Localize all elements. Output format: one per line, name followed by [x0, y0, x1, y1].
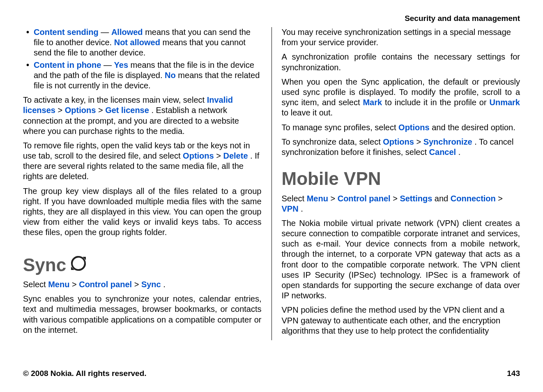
text: To manage sync profiles, select: [282, 123, 399, 132]
copyright: © 2008 Nokia. All rights reserved.: [23, 369, 147, 378]
vpn-select-paragraph: Select Menu > Control panel > Settings a…: [282, 194, 520, 214]
text: to leave it out.: [282, 108, 333, 117]
page-number: 143: [507, 369, 520, 378]
text: To synchronize data, select: [282, 137, 383, 146]
label-yes: Yes: [114, 60, 128, 69]
vpn-description: The Nokia mobile virtual private network…: [282, 218, 520, 301]
label-content-in-phone: Content in phone: [34, 60, 101, 69]
label-sync: Sync: [141, 280, 161, 289]
sep: >: [330, 194, 337, 203]
bullet-content-in-phone: Content in phone — Yes means that the fi…: [23, 60, 262, 91]
label-connection: Connection: [451, 194, 496, 203]
dash: —: [104, 60, 114, 69]
text: and the desired option.: [432, 123, 515, 132]
sep: >: [72, 280, 79, 289]
footer: © 2008 Nokia. All rights reserved. 143: [23, 369, 520, 378]
label-vpn: VPN: [282, 204, 299, 213]
label-not-allowed: Not allowed: [114, 38, 160, 47]
synchronize-paragraph: To synchronize data, select Options > Sy…: [282, 137, 520, 157]
sync-description: Sync enables you to synchronize your not…: [23, 294, 262, 335]
label-options: Options: [183, 151, 214, 160]
sync-heading: Sync: [23, 254, 262, 276]
sync-icon: [70, 255, 87, 274]
left-column: Content sending — Allowed means that you…: [23, 27, 272, 340]
label-get-license: Get license: [105, 106, 149, 115]
sep: >: [98, 106, 105, 115]
sep: >: [216, 151, 223, 160]
text: Select: [23, 280, 48, 289]
columns: Content sending — Allowed means that you…: [23, 27, 520, 340]
text: Select: [282, 194, 307, 203]
label-mark: Mark: [363, 98, 382, 107]
activate-key-paragraph: To activate a key, in the licenses main …: [23, 95, 262, 136]
bullet-list: Content sending — Allowed means that you…: [23, 27, 262, 91]
sep: >: [58, 106, 65, 115]
label-options: Options: [398, 123, 430, 132]
profile-paragraph: A synchronization profile contains the n…: [282, 52, 520, 72]
vpn-policies-paragraph: VPN policies define the method used by t…: [282, 305, 520, 336]
text: and: [435, 194, 451, 203]
right-column: You may receive synchronization settings…: [272, 27, 520, 340]
label-options: Options: [65, 106, 96, 115]
label-menu: Menu: [48, 280, 69, 289]
label-allowed: Allowed: [111, 28, 143, 37]
sep: >: [416, 137, 423, 146]
group-key-paragraph: The group key view displays all of the f…: [23, 186, 262, 238]
label-unmark: Unmark: [490, 98, 520, 107]
text: To activate a key, in the licenses main …: [23, 95, 207, 104]
sep: >: [134, 280, 141, 289]
label-settings: Settings: [400, 194, 432, 203]
label-content-sending: Content sending: [34, 28, 99, 37]
sep: >: [498, 194, 503, 203]
label-control-panel: Control panel: [79, 280, 132, 289]
label-delete: Delete: [223, 151, 248, 160]
label-control-panel: Control panel: [338, 194, 391, 203]
section-header: Security and data management: [23, 14, 520, 23]
text: .: [163, 280, 166, 289]
text: .: [301, 204, 303, 213]
bullet-content-sending: Content sending — Allowed means that you…: [23, 27, 262, 58]
remove-rights-paragraph: To remove file rights, open the valid ke…: [23, 141, 262, 182]
page: Security and data management Content sen…: [0, 0, 543, 392]
label-synchronize: Synchronize: [423, 137, 472, 146]
sync-select-paragraph: Select Menu > Control panel > Sync .: [23, 279, 262, 290]
label-menu: Menu: [307, 194, 328, 203]
text: to include it in the profile or: [385, 98, 489, 107]
label-no: No: [165, 71, 176, 80]
sep: >: [393, 194, 400, 203]
label-cancel: Cancel: [429, 148, 456, 157]
manage-profiles-paragraph: To manage sync profiles, select Options …: [282, 122, 520, 133]
receive-settings-paragraph: You may receive synchronization settings…: [282, 27, 520, 48]
dash: —: [101, 28, 111, 37]
mobile-vpn-title: Mobile VPN: [282, 167, 520, 190]
open-sync-paragraph: When you open the Sync application, the …: [282, 77, 520, 118]
sync-title: Sync: [23, 254, 66, 276]
text: .: [458, 148, 461, 157]
label-options: Options: [383, 137, 414, 146]
